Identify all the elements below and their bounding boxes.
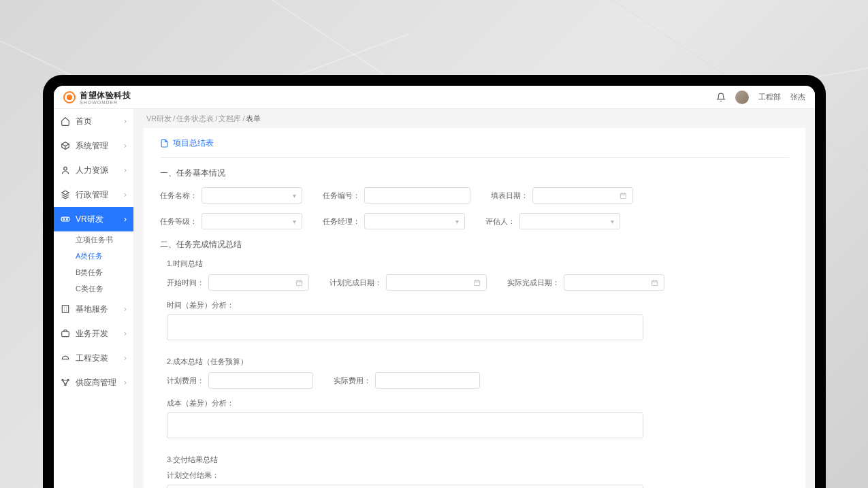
date-plan-complete[interactable] (386, 274, 487, 291)
label-plan-delivery: 计划交付结果： (167, 470, 789, 481)
topbar-right: 工程部 张杰 (716, 91, 805, 104)
app-screen: 首望体验科技 SHOWONDER 工程部 张杰 首页 › (54, 86, 815, 488)
sidebar: 首页 › 系统管理 › 人力资源 › 行政管理 › (54, 109, 134, 488)
label-actual-cost: 实际费用： (334, 376, 371, 386)
textarea-cost-diff[interactable] (167, 412, 643, 438)
breadcrumb-item[interactable]: 任务状态表 (176, 114, 214, 124)
avatar[interactable] (735, 91, 749, 104)
home-icon (61, 116, 70, 126)
chevron-right-icon: › (124, 116, 127, 126)
calendar-icon (651, 279, 658, 287)
network-icon (61, 378, 70, 387)
sidebar-sub-proposal[interactable]: 立项任务书 (54, 231, 133, 248)
select-evaluator[interactable] (519, 213, 620, 229)
cube-icon (61, 141, 70, 150)
label-task-name: 任务名称： (160, 191, 197, 201)
vr-icon (61, 214, 70, 224)
document-icon (160, 139, 169, 148)
chevron-right-icon: › (124, 378, 127, 387)
sidebar-item-vr[interactable]: VR研发 › (54, 207, 133, 231)
helmet-icon (61, 353, 70, 363)
breadcrumb-item[interactable]: 文档库 (219, 114, 241, 124)
chevron-right-icon: › (124, 190, 127, 199)
svg-rect-1 (61, 217, 69, 221)
label-plan-cost: 计划费用： (167, 376, 204, 386)
input-actual-cost[interactable] (375, 372, 480, 389)
date-actual-complete[interactable] (564, 274, 664, 291)
logo[interactable]: 首望体验科技 SHOWONDER (63, 90, 131, 105)
building-icon (61, 304, 70, 314)
breadcrumb-item[interactable]: VR研发 (146, 114, 172, 124)
bell-icon[interactable] (716, 93, 726, 102)
sidebar-item-admin[interactable]: 行政管理 › (54, 182, 133, 207)
chevron-right-icon: › (124, 165, 127, 175)
svg-rect-10 (296, 280, 302, 285)
sidebar-item-home[interactable]: 首页 › (54, 109, 133, 133)
sidebar-item-base-service[interactable]: 基地服务 › (54, 297, 133, 321)
chevron-right-icon: › (124, 304, 127, 314)
page-title: 项目总结表 (160, 137, 789, 158)
svg-point-8 (65, 384, 66, 385)
chevron-right-icon: › (124, 353, 127, 363)
svg-point-6 (62, 379, 63, 380)
svg-point-2 (63, 218, 65, 220)
label-task-manager: 任务经理： (323, 216, 360, 227)
label-task-level: 任务等级： (160, 216, 197, 227)
date-form-date[interactable] (532, 187, 633, 204)
user-dept: 工程部 (758, 92, 781, 102)
select-task-level[interactable] (202, 213, 302, 229)
main: VR研发/ 任务状态表/ 文档库/ 表单 项目总结表 一、任务基本情况 任务名称… (134, 109, 815, 488)
chevron-right-icon: › (124, 141, 127, 150)
sub-cost: 2.成本总结（任务预算） (167, 357, 789, 367)
svg-point-0 (64, 167, 67, 170)
label-plan-complete-date: 计划完成日期： (329, 278, 382, 288)
sidebar-item-install[interactable]: 工程安装 › (54, 346, 133, 370)
select-task-manager[interactable] (364, 213, 465, 229)
svg-rect-5 (62, 331, 69, 337)
label-form-date: 填表日期： (491, 191, 528, 201)
input-task-no[interactable] (364, 187, 470, 204)
brand-name: 首望体验科技 (80, 90, 131, 101)
sidebar-sub-b-task[interactable]: B类任务 (54, 264, 133, 280)
briefcase-icon (61, 329, 70, 338)
section-completion: 二、任务完成情况总结 (160, 239, 789, 250)
layers-icon (61, 190, 70, 199)
svg-rect-9 (620, 193, 626, 198)
sidebar-sub-c-task[interactable]: C类任务 (54, 280, 133, 297)
breadcrumb: VR研发/ 任务状态表/ 文档库/ 表单 (134, 109, 815, 128)
sidebar-item-supplier[interactable]: 供应商管理 › (54, 370, 133, 395)
textarea-plan-delivery[interactable] (167, 485, 643, 488)
label-start-time: 开始时间： (167, 278, 204, 288)
svg-point-3 (66, 218, 67, 220)
svg-rect-11 (474, 280, 479, 285)
section-basic-info: 一、任务基本情况 (160, 167, 789, 179)
label-time-diff: 时间（差异）分析： (167, 300, 789, 310)
sidebar-item-hr[interactable]: 人力资源 › (54, 158, 133, 182)
label-actual-complete-date: 实际完成日期： (507, 278, 560, 288)
sub-delivery: 3.交付结果总结 (167, 455, 789, 465)
svg-rect-4 (62, 306, 68, 313)
content: 项目总结表 一、任务基本情况 任务名称： 任务编号： (144, 128, 805, 488)
svg-point-7 (67, 379, 69, 380)
calendar-icon (295, 279, 303, 287)
calendar-icon (473, 279, 481, 287)
sidebar-sub-a-task[interactable]: A类任务 (54, 248, 133, 264)
chevron-right-icon: › (124, 329, 127, 338)
calendar-icon (620, 192, 627, 199)
select-task-name[interactable] (202, 187, 302, 204)
topbar: 首望体验科技 SHOWONDER 工程部 张杰 (54, 86, 815, 109)
breadcrumb-current: 表单 (246, 114, 261, 124)
sidebar-item-bizdev[interactable]: 业务开发 › (54, 321, 133, 346)
svg-rect-12 (652, 280, 657, 285)
label-cost-diff: 成本（差异）分析： (167, 398, 789, 408)
user-name: 张杰 (790, 92, 805, 102)
label-evaluator: 评估人： (485, 216, 515, 227)
textarea-time-diff[interactable] (167, 314, 643, 340)
input-plan-cost[interactable] (208, 372, 313, 389)
device-frame: 首望体验科技 SHOWONDER 工程部 张杰 首页 › (43, 75, 826, 488)
label-task-no: 任务编号： (323, 191, 360, 201)
logo-icon (63, 91, 76, 103)
date-start-time[interactable] (208, 274, 309, 291)
sidebar-item-system[interactable]: 系统管理 › (54, 133, 133, 158)
user-icon (61, 165, 70, 175)
